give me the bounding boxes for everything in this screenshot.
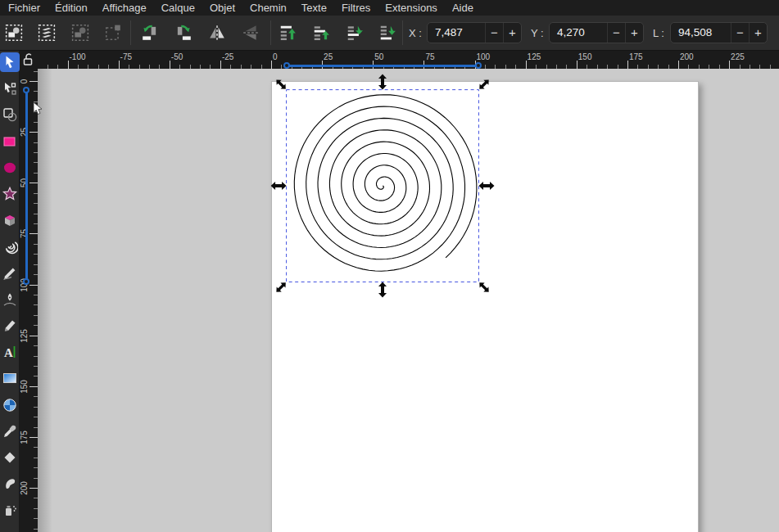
menu-item-filtres[interactable]: Filtres xyxy=(334,0,378,16)
ruler-tick xyxy=(627,61,628,69)
ruler-tick xyxy=(29,233,38,234)
calligraphy-tool[interactable] xyxy=(0,316,20,336)
paint-bucket-tool[interactable] xyxy=(0,448,20,467)
rotate-cw-button[interactable] xyxy=(174,23,193,43)
l-spinbox: 94,508−+ xyxy=(670,22,768,43)
y-field-label: Y : xyxy=(531,27,544,39)
menu-item-chemin[interactable]: Chemin xyxy=(242,0,294,16)
toolbar-separator xyxy=(402,20,403,45)
raise-button[interactable] xyxy=(311,23,331,43)
horizontal-ruler[interactable]: -100-75-50-250255075100125150175200225 xyxy=(38,51,779,69)
l-input[interactable]: 94,508 xyxy=(671,23,731,43)
shape-builder-tool[interactable] xyxy=(0,105,20,124)
y-increment-button[interactable]: + xyxy=(625,23,643,43)
menu-item-objet[interactable]: Objet xyxy=(202,0,242,16)
menu-item-edition[interactable]: Édition xyxy=(48,0,95,16)
ruler-label: 175 xyxy=(20,426,29,449)
open-padlock-icon xyxy=(20,51,38,69)
spiral-tool[interactable] xyxy=(0,237,20,256)
x-field-label: X : xyxy=(409,27,422,39)
menu-item-aide[interactable]: Aide xyxy=(445,0,481,16)
menu-item-affichage[interactable]: Affichage xyxy=(95,0,154,16)
ruler-tick xyxy=(271,61,272,69)
ruler-selection-span xyxy=(23,87,29,93)
ruler-label: 50 xyxy=(374,52,383,61)
ruler-label: 0 xyxy=(273,52,278,61)
l-decrement-button[interactable]: − xyxy=(731,23,749,43)
ruler-tick xyxy=(29,336,38,336)
ruler-selection-span xyxy=(25,90,28,282)
menu-item-texte[interactable]: Texte xyxy=(294,0,334,16)
ruler-label: 25 xyxy=(324,52,333,61)
lower-to-bottom-button[interactable] xyxy=(378,23,397,43)
ruler-tick xyxy=(29,437,38,438)
x-decrement-button[interactable]: − xyxy=(485,23,503,43)
ellipse-tool[interactable] xyxy=(0,158,20,178)
star-tool[interactable] xyxy=(0,184,20,204)
tool-palette: A xyxy=(0,51,20,532)
menu-item-extensions[interactable]: Extensions xyxy=(378,0,445,16)
mesh-tool[interactable] xyxy=(0,395,20,415)
ruler-tick xyxy=(68,61,69,69)
ruler-selection-span xyxy=(287,65,479,67)
document-page xyxy=(271,81,699,532)
node-tool[interactable] xyxy=(0,79,20,98)
ruler-label: 175 xyxy=(629,52,643,61)
deselect-button[interactable] xyxy=(70,23,90,43)
ruler-label: -75 xyxy=(120,52,132,61)
selection-box-button[interactable] xyxy=(103,23,123,43)
select-all-layers-button[interactable] xyxy=(37,23,57,43)
ruler-tick xyxy=(29,386,38,387)
ruler-label: 150 xyxy=(578,52,592,61)
ruler-tick xyxy=(29,183,38,183)
canvas[interactable] xyxy=(38,69,779,532)
l-increment-button[interactable]: + xyxy=(749,23,767,43)
ruler-label: 200 xyxy=(20,477,29,500)
ruler-label: 225 xyxy=(731,52,745,61)
toolbar-separator xyxy=(130,20,131,45)
flip-horizontal-button[interactable] xyxy=(207,23,227,43)
rotate-ccw-button[interactable] xyxy=(140,23,160,43)
selector-tool[interactable] xyxy=(0,52,20,72)
y-input[interactable]: 4,270 xyxy=(550,23,607,43)
ruler-label: 125 xyxy=(20,324,29,347)
box-3d-tool[interactable] xyxy=(0,210,20,230)
ruler-label: 200 xyxy=(680,52,694,61)
canvas-shadow xyxy=(38,69,52,532)
ruler-tick xyxy=(170,61,170,69)
vertical-ruler[interactable]: 0255075100125150175200 xyxy=(20,69,38,532)
rectangle-tool[interactable] xyxy=(0,132,20,151)
x-increment-button[interactable]: + xyxy=(503,23,521,43)
ruler-tick xyxy=(29,81,38,82)
ruler-label: -25 xyxy=(222,52,233,61)
x-input[interactable]: 7,487 xyxy=(428,23,485,43)
menu-bar: FichierÉditionAffichageCalqueObjetChemin… xyxy=(0,0,779,16)
pen-tool[interactable] xyxy=(0,290,20,309)
ruler-tick xyxy=(577,61,577,69)
command-toolbar: X :7,487−+Y :4,270−+L :94,508−+ xyxy=(0,16,779,51)
raise-to-top-button[interactable] xyxy=(278,23,297,43)
y-spinbox: 4,270−+ xyxy=(549,22,644,43)
dropper-tool[interactable] xyxy=(0,422,20,441)
ruler-tick xyxy=(526,61,527,69)
ruler-tick xyxy=(119,61,120,69)
l-field-label: L : xyxy=(653,27,664,39)
menu-item-calque[interactable]: Calque xyxy=(154,0,202,16)
lower-button[interactable] xyxy=(345,23,365,43)
gradient-tool[interactable] xyxy=(0,368,20,388)
ruler-tick xyxy=(729,61,730,69)
ruler-label: -100 xyxy=(70,52,86,61)
ruler-label: 75 xyxy=(425,52,434,61)
menu-item-fichier[interactable]: Fichier xyxy=(1,0,48,16)
toolbar-separator xyxy=(270,20,271,45)
ruler-selection-span xyxy=(475,62,482,69)
ruler-tick xyxy=(29,285,38,286)
y-decrement-button[interactable]: − xyxy=(607,23,625,43)
select-all-button[interactable] xyxy=(4,23,24,43)
spray-tool[interactable] xyxy=(0,500,20,520)
text-tool[interactable]: A xyxy=(0,342,20,362)
ruler-lock-button[interactable] xyxy=(20,51,38,69)
pencil-tool[interactable] xyxy=(0,264,20,283)
flip-vertical-button[interactable] xyxy=(241,23,260,43)
tweak-tool[interactable] xyxy=(0,474,20,494)
